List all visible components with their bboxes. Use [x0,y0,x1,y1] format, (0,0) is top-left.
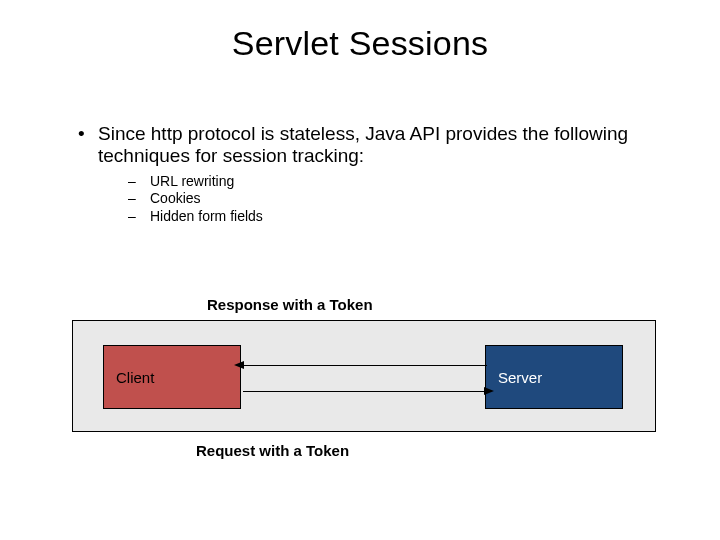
page-title: Servlet Sessions [0,0,720,63]
list-item: URL rewriting [128,173,650,191]
arrowhead-left-icon [234,361,244,369]
diagram-container: Client Server [72,320,656,432]
list-item: Cookies [128,190,650,208]
client-box: Client [103,345,241,409]
response-label: Response with a Token [207,296,373,313]
arrowhead-right-icon [484,387,494,395]
response-arrow-line [243,365,487,366]
content-area: Since http protocol is stateless, Java A… [0,63,720,225]
server-box: Server [485,345,623,409]
main-bullet: Since http protocol is stateless, Java A… [70,123,650,167]
technique-list: URL rewriting Cookies Hidden form fields [70,167,650,226]
request-label: Request with a Token [196,442,349,459]
list-item: Hidden form fields [128,208,650,226]
request-arrow-line [243,391,487,392]
